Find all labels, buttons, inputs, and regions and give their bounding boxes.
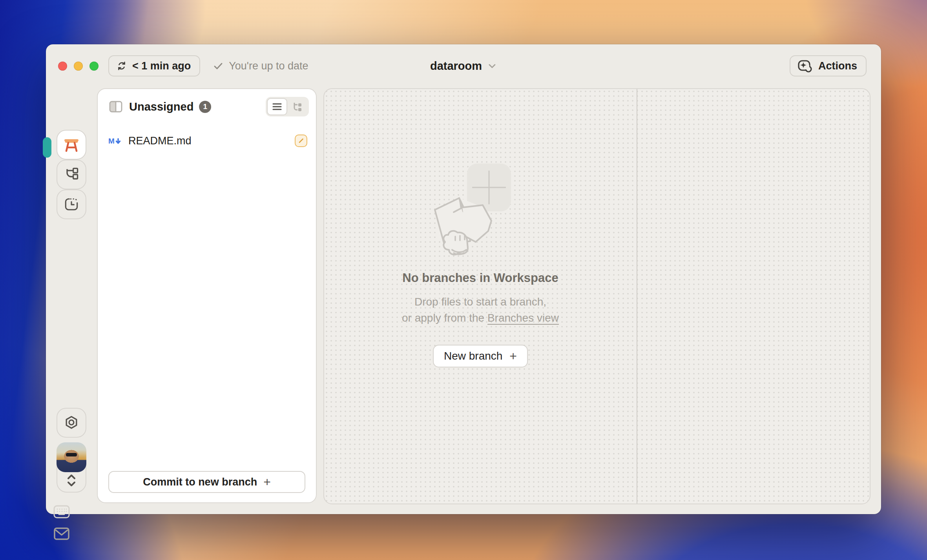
tree-view-icon bbox=[292, 102, 303, 112]
chevron-down-icon bbox=[487, 61, 497, 71]
project-switcher[interactable]: dataroom bbox=[430, 44, 497, 87]
close-button[interactable] bbox=[58, 62, 67, 71]
traffic-lights bbox=[58, 62, 99, 71]
minimize-button[interactable] bbox=[74, 62, 83, 71]
online-indicator bbox=[43, 137, 51, 158]
sync-status: You're up to date bbox=[213, 60, 308, 72]
commit-button-label: Commit to new branch bbox=[143, 476, 257, 488]
branches-view-link[interactable]: Branches view bbox=[487, 312, 559, 325]
checkmark-icon bbox=[213, 60, 224, 71]
butler-table-icon bbox=[62, 136, 80, 153]
unassigned-header: Unassigned 1 bbox=[98, 89, 316, 116]
sync-button[interactable]: < 1 min ago bbox=[108, 55, 200, 76]
avatar[interactable] bbox=[57, 442, 86, 472]
plus-icon: + bbox=[263, 476, 271, 488]
rail-item-branches[interactable] bbox=[57, 160, 86, 189]
drop-illustration bbox=[429, 164, 531, 256]
profile-switcher[interactable] bbox=[57, 442, 86, 493]
plus-icon: + bbox=[509, 350, 517, 362]
commit-to-new-branch-button[interactable]: Commit to new branch + bbox=[108, 471, 305, 493]
keyboard-icon[interactable] bbox=[53, 505, 70, 518]
actions-button[interactable]: Actions bbox=[790, 55, 867, 76]
actions-sparkle-icon bbox=[796, 57, 813, 75]
avatar-sunglasses bbox=[66, 453, 77, 456]
list-view-icon bbox=[272, 102, 283, 111]
actions-label: Actions bbox=[818, 60, 857, 72]
file-row[interactable]: M README.md bbox=[108, 131, 307, 150]
chevron-updown-icon bbox=[57, 472, 86, 489]
file-name: README.md bbox=[128, 135, 192, 147]
new-branch-button[interactable]: New branch + bbox=[433, 345, 528, 367]
project-name: dataroom bbox=[430, 60, 482, 73]
paper-hand-illustration bbox=[429, 195, 512, 258]
sync-label: < 1 min ago bbox=[132, 60, 191, 72]
empty-line1: Drop files to start a branch, bbox=[414, 296, 546, 308]
list-view-button[interactable] bbox=[267, 98, 287, 115]
lane-divider bbox=[637, 89, 637, 504]
tree-view-button[interactable] bbox=[287, 98, 308, 115]
rail-item-settings[interactable] bbox=[57, 408, 86, 438]
markdown-icon: M bbox=[108, 135, 122, 146]
status-label: You're up to date bbox=[229, 60, 308, 72]
sync-icon bbox=[116, 60, 127, 71]
left-rail bbox=[46, 87, 97, 514]
unassigned-title: Unassigned bbox=[129, 100, 193, 113]
history-clock-icon bbox=[63, 196, 80, 213]
zoom-button[interactable] bbox=[89, 62, 99, 71]
unassigned-icon bbox=[109, 100, 123, 114]
empty-state-title: No branches in Workspace bbox=[402, 271, 558, 285]
rail-item-workspace[interactable] bbox=[57, 130, 86, 160]
view-toggle bbox=[266, 97, 309, 116]
svg-text:M: M bbox=[108, 137, 115, 145]
mail-icon[interactable] bbox=[54, 527, 69, 540]
modified-status-icon bbox=[295, 135, 307, 147]
empty-line2: or apply from the bbox=[402, 312, 487, 324]
gear-icon bbox=[63, 414, 80, 431]
empty-state-subtitle: Drop files to start a branch, or apply f… bbox=[402, 294, 559, 326]
rail-item-history[interactable] bbox=[57, 189, 86, 219]
unassigned-panel: Unassigned 1 bbox=[97, 88, 317, 503]
branches-icon bbox=[63, 166, 80, 183]
new-branch-label: New branch bbox=[444, 350, 502, 362]
unassigned-count-badge: 1 bbox=[199, 101, 211, 113]
workspace-canvas[interactable]: No branches in Workspace Drop files to s… bbox=[323, 88, 870, 504]
app-window: < 1 min ago You're up to date dataroom bbox=[46, 44, 881, 514]
toolbar: < 1 min ago You're up to date dataroom bbox=[46, 44, 881, 87]
workspace-empty-state: No branches in Workspace Drop files to s… bbox=[324, 89, 637, 504]
